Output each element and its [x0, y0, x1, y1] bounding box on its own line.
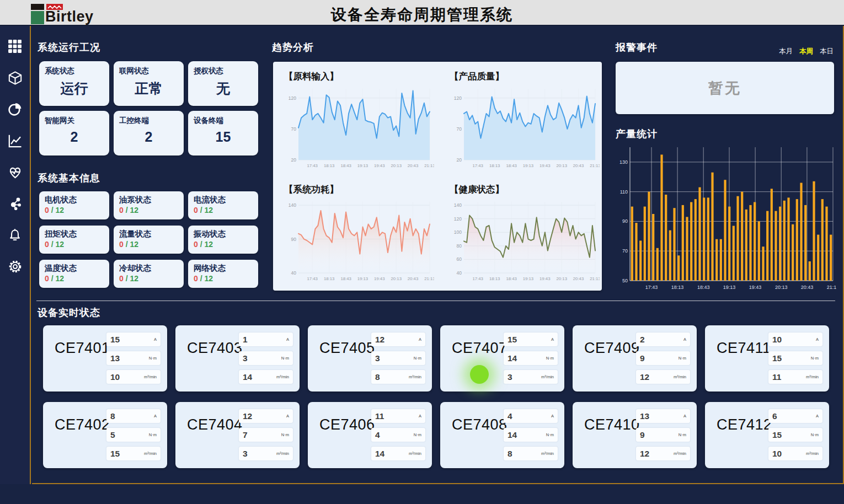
- sidebar-item-pie-chart[interactable]: [6, 102, 24, 119]
- svg-text:80: 80: [457, 243, 462, 248]
- device-metric: 9N·m: [636, 428, 690, 442]
- device-metric-value: 8: [375, 372, 380, 382]
- device-metric-unit: m³/min: [144, 374, 157, 379]
- device-metric-value: 14: [375, 449, 384, 459]
- device-metric-unit: N·m: [811, 432, 819, 437]
- device-metric-value: 5: [110, 430, 115, 440]
- sidebar-item-cube[interactable]: [6, 71, 24, 87]
- svg-text:17:43: 17:43: [472, 163, 483, 168]
- device-card-ce7405[interactable]: CE740512A3N·m8m³/min: [308, 325, 432, 392]
- svg-text:18:43: 18:43: [506, 276, 517, 281]
- sidebar-item-bell[interactable]: [6, 228, 24, 244]
- run-status-value: 15: [194, 129, 253, 145]
- basic-info-counts: 0 / 12: [194, 274, 253, 283]
- device-metric-value: 1: [243, 335, 248, 345]
- basic-info-card: 电流状态0 / 12: [188, 191, 258, 219]
- basic-info-total: / 12: [126, 206, 138, 215]
- device-card-ce7410[interactable]: CE741013A9N·m12m³/min: [573, 402, 697, 468]
- device-metric-unit: m³/min: [144, 451, 157, 456]
- basic-info-label: 电机状态: [45, 195, 104, 205]
- device-metrics: 6A15N·m10m³/min: [768, 409, 822, 460]
- svg-text:21:13: 21:13: [590, 163, 600, 168]
- svg-text:19:43: 19:43: [539, 163, 551, 168]
- device-card-ce7404[interactable]: CE740412A7N·m3m³/min: [175, 402, 300, 468]
- device-metric: 5N·m: [106, 428, 161, 442]
- device-metric: 10m³/min: [768, 447, 822, 460]
- svg-text:20: 20: [457, 157, 462, 163]
- device-metric-unit: A: [286, 337, 289, 342]
- basic-info-card: 冷却状态0 / 12: [114, 260, 184, 288]
- device-metric-unit: N·m: [546, 432, 554, 437]
- device-metric-value: 2: [640, 335, 645, 345]
- basic-info-counts: 0 / 12: [194, 240, 253, 249]
- device-metric-value: 12: [375, 335, 384, 345]
- device-card-ce7411[interactable]: CE741110A15N·m11m³/min: [705, 325, 829, 392]
- sidebar-item-network-nodes[interactable]: [6, 196, 24, 213]
- device-metrics: 12A3N·m8m³/min: [371, 333, 425, 384]
- device-metric-value: 12: [243, 411, 252, 421]
- device-metric: 15A: [504, 333, 558, 346]
- basic-info-total: / 12: [126, 240, 138, 249]
- device-card-ce7409[interactable]: CE74092A9N·m12m³/min: [573, 325, 697, 392]
- device-metric-value: 13: [640, 411, 649, 421]
- device-metric-unit: m³/min: [674, 374, 686, 379]
- device-metric: 12m³/min: [636, 370, 690, 384]
- device-metrics: 15A13N·m10m³/min: [106, 333, 161, 384]
- device-metric-unit: N·m: [414, 356, 421, 361]
- svg-text:20:43: 20:43: [573, 163, 584, 168]
- device-metric-value: 6: [772, 411, 777, 421]
- basic-info-count: 0: [194, 274, 200, 283]
- run-status-value: 运行: [45, 79, 104, 98]
- logo-green-square: [31, 11, 44, 24]
- svg-text:18:13: 18:13: [489, 163, 500, 168]
- run-status-value: 正常: [119, 79, 178, 98]
- device-card-ce7402[interactable]: CE74028A5N·m15m³/min: [43, 402, 167, 468]
- device-card-ce7403[interactable]: CE74031A3N·m14m³/min: [175, 325, 300, 392]
- device-card-ce7407[interactable]: CE740715A14N·m3m³/min: [440, 325, 564, 392]
- basic-info-card: 温度状态0 / 12: [39, 260, 109, 288]
- svg-text:130: 130: [619, 159, 628, 165]
- svg-text:20:13: 20:13: [391, 276, 402, 281]
- device-name: CE7407: [452, 340, 508, 357]
- device-metric-value: 15: [772, 353, 782, 363]
- basic-info-label: 扭矩状态: [45, 229, 104, 239]
- device-metric-unit: N·m: [149, 356, 157, 361]
- device-metric-unit: A: [154, 414, 157, 419]
- svg-text:60: 60: [457, 256, 462, 262]
- alarm-empty-card: 暂无: [616, 62, 834, 114]
- basic-info-card: 油泵状态0 / 12: [114, 191, 184, 219]
- run-status-card: 联网状态正常: [114, 61, 184, 106]
- device-metric: 15N·m: [768, 428, 822, 442]
- sidebar-item-gear[interactable]: [6, 259, 24, 276]
- svg-text:19:13: 19:13: [357, 276, 368, 281]
- device-metric-unit: A: [683, 414, 686, 419]
- device-metric: 3m³/min: [504, 370, 558, 384]
- device-metric: 8m³/min: [371, 370, 425, 384]
- device-metric-value: 14: [508, 430, 517, 440]
- svg-text:20:13: 20:13: [775, 285, 788, 290]
- run-status-card: 工控终端2: [114, 111, 184, 156]
- device-metrics: 1A3N·m14m³/min: [239, 333, 293, 384]
- device-name: CE7406: [319, 416, 375, 433]
- svg-text:18:13: 18:13: [489, 276, 500, 281]
- basic-info-label: 冷却状态: [119, 263, 178, 274]
- device-card-ce7408[interactable]: CE74084A14N·m8m³/min: [440, 402, 564, 468]
- pie-chart-icon: [8, 102, 22, 119]
- device-card-ce7406[interactable]: CE740611A4N·m14m³/min: [308, 402, 432, 468]
- sidebar-item-line-chart[interactable]: [6, 133, 24, 150]
- sidebar-item-health-monitor[interactable]: [6, 165, 24, 181]
- sidebar-item-apps-grid[interactable]: [6, 39, 24, 56]
- alarm-filter-本周[interactable]: 本周: [799, 47, 813, 55]
- basic-info-count: 0: [45, 206, 51, 215]
- alarm-filter-本日[interactable]: 本日: [820, 47, 834, 55]
- device-metric-unit: m³/min: [806, 374, 819, 379]
- header-bar: Birtley 设备全寿命周期管理系统: [0, 0, 844, 26]
- dashboard-root: Birtley 设备全寿命周期管理系统 系统运行工况 系统状态运行联网状态正常授…: [0, 0, 844, 504]
- run-status-label: 工控终端: [119, 116, 178, 126]
- svg-text:18:43: 18:43: [340, 163, 351, 168]
- alarm-filter-本月[interactable]: 本月: [779, 47, 793, 55]
- device-metric: 14m³/min: [371, 447, 425, 460]
- device-card-ce7412[interactable]: CE74126A15N·m10m³/min: [705, 402, 829, 468]
- device-card-ce7401[interactable]: CE740115A13N·m10m³/min: [43, 325, 167, 392]
- run-status-value: 2: [119, 129, 178, 145]
